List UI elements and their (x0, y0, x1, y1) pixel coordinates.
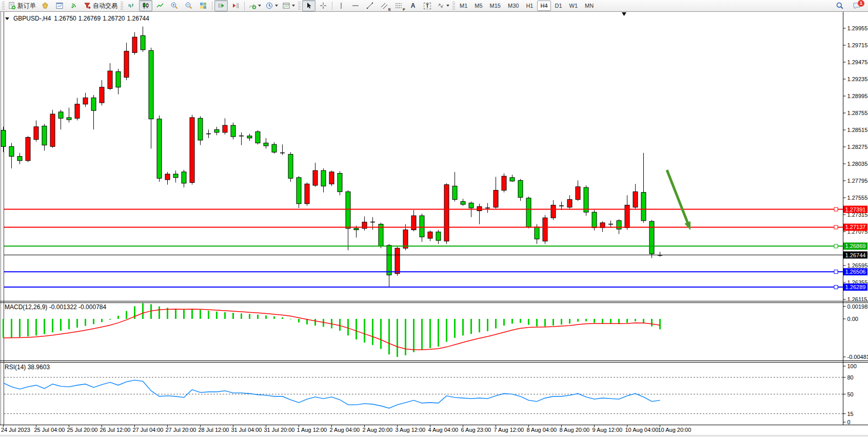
time-axis-label: 27 Jul 04:00 (133, 427, 164, 433)
price-tick-label: 1.28995 (847, 93, 868, 99)
support-line-green-price-label: 1.26869 (845, 243, 866, 249)
time-axis-label: 31 Jul 20:00 (264, 427, 295, 433)
chart-canvas[interactable]: 1.299551.297151.294751.292351.289951.287… (0, 0, 868, 437)
candle-body (535, 227, 539, 239)
resistance-line-1-price-label: 1.27391 (845, 206, 866, 213)
candle-body (173, 174, 178, 178)
candle-body (58, 112, 63, 118)
support-line-green-handle[interactable] (834, 244, 838, 248)
candle-body (567, 199, 572, 207)
candle-body (526, 198, 531, 227)
time-axis-label: 27 Jul 20:00 (166, 427, 196, 433)
candle-body (502, 176, 506, 191)
candle-body (190, 118, 194, 183)
resistance-line-1-handle[interactable] (834, 207, 838, 211)
resistance-line-2-price-label: 1.27137 (845, 224, 866, 230)
open-value: 1.26750 (54, 15, 76, 22)
time-axis-label: 10 Aug 20:00 (658, 427, 692, 433)
candle-body (50, 114, 55, 146)
price-tick-label: 1.26595 (847, 262, 868, 269)
chart-shift-marker[interactable] (622, 12, 626, 16)
candle-body (494, 191, 498, 207)
trend-arrow-head[interactable] (684, 221, 691, 230)
candle-body (641, 193, 646, 221)
candle-body (576, 187, 580, 200)
candle-body (288, 154, 293, 178)
candle-body (157, 119, 162, 179)
symbol-dropdown-icon[interactable] (5, 17, 9, 20)
candle-body (477, 206, 482, 211)
trend-arrow-line[interactable] (667, 170, 688, 224)
support-line-blue-2-handle[interactable] (834, 286, 838, 289)
candle-body (452, 186, 457, 199)
candle-body (91, 98, 96, 110)
macd-values: -0.001322 -0.000784 (49, 303, 106, 311)
candle-body (124, 51, 129, 78)
time-axis-label: 26 Jul 12:00 (100, 427, 131, 433)
candle-body (255, 131, 260, 143)
time-axis-label: 2 Aug 04:00 (330, 427, 360, 433)
rsi-tick-label: 50 (847, 391, 854, 397)
candle-body (625, 205, 629, 227)
time-axis-label: 4 Aug 04:00 (428, 427, 459, 433)
candle-body (247, 136, 252, 138)
rsi-tick-label: 15 (847, 411, 854, 417)
candle-body (436, 232, 441, 241)
time-axis-label: 2 Aug 20:00 (363, 427, 393, 433)
candle-body (67, 118, 71, 120)
symbol-info[interactable]: GBPUSD-,H4 1.267501.267691.267201.26744 (5, 15, 151, 22)
candle-body (428, 232, 432, 238)
candle-body (42, 126, 47, 145)
candle-body (321, 170, 326, 186)
macd-indicator-label: MACD(12,26,9) -0.001322 -0.000784 (5, 303, 106, 311)
candle-body (214, 129, 219, 132)
rsi-tick-label: 80 (847, 374, 854, 381)
candle-body (272, 144, 277, 152)
candle-body (297, 178, 301, 204)
candle-body (387, 245, 391, 275)
high-value: 1.26769 (78, 15, 101, 22)
price-tick-label: 1.26115 (847, 296, 867, 302)
candle-body (17, 157, 22, 161)
candle-body (34, 127, 38, 140)
candle-body (329, 172, 334, 184)
candle-body (584, 187, 588, 212)
price-tick-label: 1.29955 (847, 25, 868, 31)
status-strip (0, 435, 868, 437)
candle-body (305, 184, 309, 204)
price-tick-label: 1.29475 (847, 59, 868, 65)
candle-body (346, 192, 350, 229)
candle-body (403, 230, 408, 249)
price-tick-label: 1.29715 (847, 42, 868, 48)
candle-body (182, 172, 186, 183)
candle-body (108, 71, 112, 88)
candle-body (132, 37, 137, 52)
support-line-blue-1-price-label: 1.26506 (845, 269, 866, 275)
macd-tick-label: 0.00 (847, 316, 858, 322)
candle-body (543, 218, 547, 241)
time-axis-label: 9 Aug 12:00 (593, 427, 623, 433)
time-axis-label: 1 Aug 12:00 (297, 427, 327, 433)
low-value: 1.26720 (103, 15, 125, 22)
time-axis-label: 8 Aug 20:00 (560, 427, 590, 433)
candle-body (26, 137, 30, 160)
candle-body (9, 146, 14, 156)
macd-signal-line (4, 309, 660, 350)
rsi-tick-label: 0 (847, 419, 851, 425)
resistance-line-2-handle[interactable] (834, 225, 838, 229)
support-line-blue-1-handle[interactable] (834, 270, 838, 274)
candle-body (461, 202, 465, 205)
candle-body (420, 216, 424, 237)
price-tick-label: 1.27795 (847, 178, 868, 184)
candle-body (313, 170, 318, 185)
candle-body (223, 125, 227, 132)
symbol-label: GBPUSD-,H4 (13, 15, 51, 22)
time-axis-label: 24 Jul 2023 (1, 427, 30, 433)
candle-body (100, 87, 104, 103)
support-line-blue-2-price-label: 1.26289 (845, 284, 866, 290)
candle-body (198, 118, 203, 140)
candle-body (116, 72, 121, 87)
time-axis-label: 7 Aug 12:00 (494, 427, 524, 433)
candle-body (75, 104, 80, 119)
candle-body (264, 143, 268, 146)
